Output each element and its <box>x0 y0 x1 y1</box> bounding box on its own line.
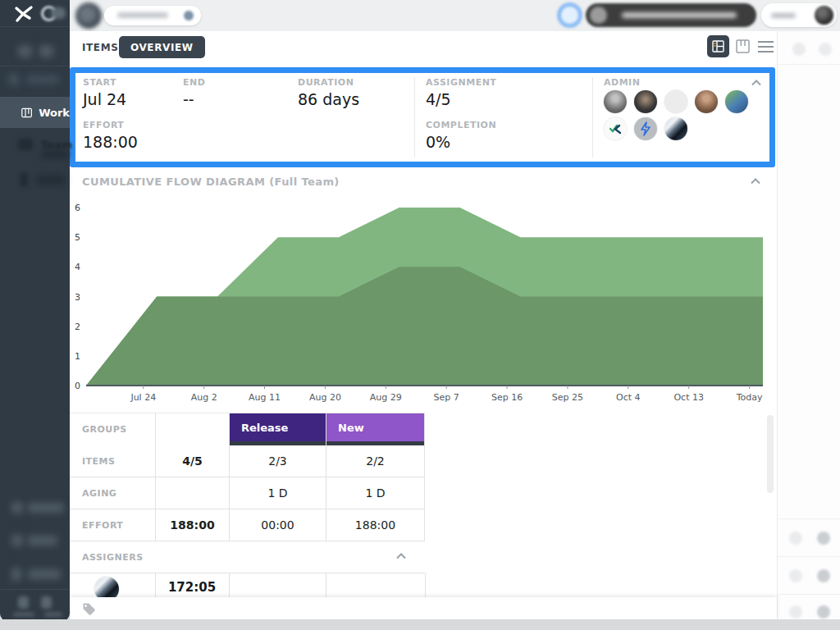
blurred-sidebar-item[interactable] <box>28 569 61 579</box>
board-view-button[interactable] <box>707 35 729 57</box>
y-tick-label: 2 <box>75 322 80 332</box>
kanban-board-icon <box>21 107 32 119</box>
focus-ring-icon[interactable] <box>557 2 582 28</box>
y-tick-label: 6 <box>75 203 80 213</box>
x-tick-label: Today <box>736 392 763 403</box>
admin-avatar[interactable] <box>634 117 657 140</box>
group-header-release[interactable]: Release <box>230 413 326 445</box>
table-header-row: GROUPS Release New <box>70 413 425 445</box>
blurred-toolbar-icon[interactable] <box>39 45 53 57</box>
x-tick-label: Oct 4 <box>616 392 641 403</box>
admin-avatar[interactable] <box>725 90 748 113</box>
app-window: Work Team ITEMS OVERVIEW <box>0 0 840 630</box>
blurred-sidebar-item[interactable] <box>36 176 66 185</box>
groups-table: GROUPS Release New ITEMS 4/5 2/3 2/2 AGI… <box>70 413 425 598</box>
stat-label: ASSIGNMENT <box>426 77 496 88</box>
blurred-sidebar-icon[interactable] <box>8 74 20 85</box>
vertical-scrollbar[interactable] <box>767 415 774 493</box>
sidebar-item-team[interactable]: Team <box>0 134 70 167</box>
blurred-panel-icon[interactable] <box>792 43 806 56</box>
menu-icon[interactable] <box>758 41 774 56</box>
blurred-sidebar-item[interactable] <box>28 503 64 513</box>
blurred-toggle[interactable] <box>44 613 62 616</box>
admin-avatar[interactable] <box>604 90 627 113</box>
collapse-admin-icon[interactable] <box>751 80 761 86</box>
admin-avatar[interactable] <box>634 90 657 113</box>
x-tick-label: Aug 20 <box>309 392 341 403</box>
cell-new: 188:00 <box>326 509 425 541</box>
blurred-panel-icon[interactable] <box>817 532 830 545</box>
blurred-tab-text <box>117 12 168 18</box>
admin-avatar[interactable] <box>664 117 687 140</box>
tab-items[interactable]: ITEMS <box>82 42 118 53</box>
stat-value: 0% <box>426 133 496 151</box>
assigner-row: 172:05 <box>70 573 425 598</box>
blurred-sidebar-icon[interactable] <box>11 502 23 514</box>
sidebar-item-label: Work <box>39 107 70 119</box>
blurred-panel-icon[interactable] <box>789 569 802 582</box>
admin-avatar[interactable] <box>664 90 687 113</box>
right-side-panel <box>777 31 840 619</box>
sidebar-item-label: Team <box>41 139 72 151</box>
blurred-panel-icon[interactable] <box>789 532 802 545</box>
team-icon <box>18 139 33 150</box>
close-icon[interactable] <box>184 11 194 21</box>
stat-label: DURATION <box>298 77 359 88</box>
blurred-panel-icon[interactable] <box>817 605 830 619</box>
admin-avatar[interactable] <box>604 117 627 140</box>
blurred-sidebar-icon[interactable] <box>20 172 28 187</box>
blurred-sidebar-icon[interactable] <box>11 535 23 546</box>
stat-admin: ADMIN <box>604 77 640 88</box>
blurred-pill-icon <box>590 7 607 24</box>
admin-avatar[interactable] <box>695 90 718 113</box>
collapse-chart-icon[interactable] <box>751 178 760 185</box>
x-tick-label: Aug 29 <box>370 392 402 403</box>
x-tick-label: Aug 11 <box>249 392 281 403</box>
blurred-toolbar-icon[interactable] <box>18 45 32 57</box>
account-avatar[interactable] <box>815 6 833 25</box>
blurred-panel-icon[interactable] <box>819 43 832 56</box>
tag-icon[interactable] <box>82 602 96 616</box>
app-logo-icon[interactable] <box>13 5 36 23</box>
stat-value: 4/5 <box>426 90 496 108</box>
chart-title: CUMULATIVE FLOW DIAGRAM (Full Team) <box>82 176 340 188</box>
cell-release: 1 D <box>229 477 326 509</box>
y-tick-label: 0 <box>75 381 80 391</box>
stat-completion: COMPLETION 0% <box>426 120 496 151</box>
blurred-panel-icon[interactable] <box>789 605 802 619</box>
group-header-new[interactable]: New <box>326 413 424 445</box>
kanban-view-icon[interactable] <box>736 39 750 53</box>
blurred-footer-icon[interactable] <box>41 596 52 609</box>
group-column-release: Release <box>229 413 326 445</box>
blurred-notification-pill[interactable] <box>586 3 756 27</box>
stat-value: 86 days <box>298 90 359 108</box>
tab-overview[interactable]: OVERVIEW <box>119 36 205 58</box>
sidebar: Work Team <box>0 0 70 621</box>
blurred-tab-chip[interactable] <box>104 6 201 25</box>
blurred-sidebar-item[interactable] <box>26 75 59 84</box>
board-layout-icon <box>712 40 724 52</box>
table-row-items: ITEMS 4/5 2/3 2/2 <box>70 445 425 477</box>
y-tick-label: 4 <box>75 262 80 272</box>
blurred-footer-icon[interactable] <box>18 596 29 609</box>
cell-release: 2/3 <box>229 445 326 477</box>
x-tick-label: Aug 2 <box>191 392 217 403</box>
admin-avatar-group <box>604 90 760 144</box>
blurred-app-icon[interactable] <box>75 2 102 29</box>
summary-stats-panel: START Jul 24 END -- DURATION 86 days EFF… <box>70 67 775 167</box>
blurred-sidebar-icon[interactable] <box>11 568 21 581</box>
blurred-sidebar-item[interactable] <box>28 536 57 546</box>
cumulative-flow-chart: 0123456Jul 24Aug 2Aug 11Aug 20Aug 29Sep … <box>70 195 777 409</box>
blurred-account-pill[interactable] <box>761 3 837 27</box>
assigner-effort-value: 172:05 <box>155 580 229 595</box>
table-row-aging: AGING 1 D 1 D <box>70 477 425 509</box>
sidebar-item-work[interactable]: Work <box>0 97 70 128</box>
collapse-assigners-icon[interactable] <box>396 553 406 559</box>
sidebar-header <box>0 0 70 27</box>
stat-label: COMPLETION <box>426 120 496 130</box>
blurred-panel-icon[interactable] <box>817 569 830 582</box>
blurred-header-blob <box>51 7 66 19</box>
stat-value: 188:00 <box>83 133 138 151</box>
blurred-account-text <box>771 13 796 18</box>
blurred-toggle[interactable] <box>13 613 34 616</box>
